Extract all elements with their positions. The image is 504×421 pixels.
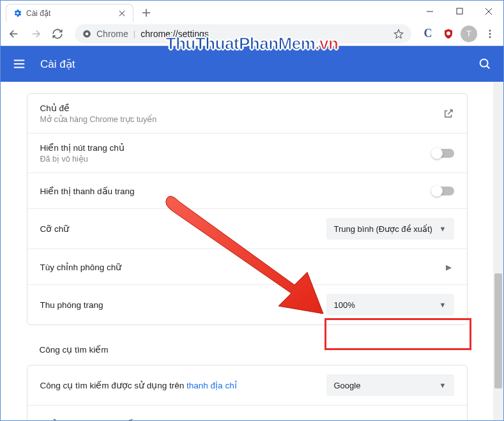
close-window-button[interactable] [474, 1, 503, 22]
manage-search-engines-row[interactable]: Quản lý công cụ tìm kiếm ▸ [27, 405, 467, 420]
gear-icon [13, 8, 22, 18]
search-card: Công cụ tìm kiếm được sử dụng trên thanh… [27, 365, 468, 420]
url-scheme: Chrome [96, 29, 128, 39]
url-separator: | [134, 29, 135, 38]
search-section-header: Công cụ tìm kiếm [27, 341, 468, 358]
search-engine-value: Google [334, 381, 439, 390]
extension-shield-icon[interactable] [439, 25, 457, 43]
profile-avatar[interactable]: T [460, 25, 478, 43]
minimize-button[interactable] [415, 1, 445, 22]
font-size-value: Trung bình (Được đề xuất) [334, 224, 439, 234]
menu-icon[interactable] [12, 57, 26, 71]
new-tab-button[interactable] [137, 4, 155, 22]
chevron-right-icon: ▸ [446, 260, 454, 274]
theme-title: Chủ đề [40, 103, 443, 113]
external-link-icon [443, 108, 454, 119]
tab-title: Cài đặt [26, 9, 114, 18]
svg-point-5 [489, 33, 491, 34]
caret-down-icon: ▼ [439, 381, 447, 389]
theme-sub: Mở cửa hàng Chrome trực tuyến [40, 114, 443, 124]
avatar-letter: T [466, 29, 471, 38]
svg-point-2 [86, 32, 89, 35]
caret-down-icon: ▼ [439, 225, 447, 233]
home-button-toggle[interactable] [432, 149, 454, 158]
menu-button[interactable] [480, 24, 500, 43]
search-engine-row: Công cụ tìm kiếm được sử dụng trên thanh… [27, 365, 467, 405]
font-size-row: Cỡ chữ Trung bình (Được đề xuất) ▼ [27, 208, 467, 249]
scrollbar-thumb[interactable] [494, 273, 502, 388]
tab-strip: Cài đặt [1, 1, 415, 22]
bookmarks-bar-row: Hiển thị thanh dấu trang [27, 172, 467, 208]
browser-toolbar: Chrome | chrome://settings C T [1, 22, 503, 46]
address-bar-link[interactable]: thanh địa chỉ [187, 381, 237, 390]
close-icon[interactable] [118, 9, 126, 18]
home-button-sub: Đã bị vô hiệu [40, 154, 432, 164]
home-button-title: Hiển thị nút trang chủ [40, 142, 432, 153]
svg-point-7 [480, 59, 488, 67]
reload-button[interactable] [48, 24, 67, 43]
page-title: Cài đặt [40, 57, 478, 71]
caret-down-icon: ▼ [439, 301, 447, 309]
search-engine-select[interactable]: Google ▼ [326, 374, 454, 396]
home-button-row: Hiển thị nút trang chủ Đã bị vô hiệu [27, 133, 467, 172]
url-path: chrome://settings [141, 29, 209, 39]
maximize-button[interactable] [445, 1, 474, 22]
svg-point-6 [489, 36, 491, 38]
chrome-badge-icon [82, 29, 91, 38]
customize-fonts-label: Tùy chỉnh phông chữ [40, 262, 446, 272]
page-zoom-row: Thu phóng trang 100% ▼ [27, 284, 467, 325]
settings-header: Cài đặt [1, 46, 503, 82]
extension-c-icon[interactable]: C [419, 25, 437, 43]
font-size-label: Cỡ chữ [40, 224, 326, 234]
bookmarks-bar-toggle[interactable] [432, 187, 454, 195]
appearance-card: Chủ đề Mở cửa hàng Chrome trực tuyến Hiể… [27, 93, 468, 325]
page-zoom-select[interactable]: 100% ▼ [326, 294, 454, 316]
window-titlebar: Cài đặt [1, 1, 503, 22]
theme-row[interactable]: Chủ đề Mở cửa hàng Chrome trực tuyến [27, 94, 467, 133]
back-button[interactable] [4, 24, 24, 43]
browser-tab-settings[interactable]: Cài đặt [6, 4, 134, 22]
svg-point-4 [489, 29, 491, 31]
svg-rect-0 [457, 8, 462, 14]
page-zoom-value: 100% [334, 300, 439, 310]
search-engine-label: Công cụ tìm kiếm được sử dụng trên thanh… [40, 380, 326, 390]
font-size-select[interactable]: Trung bình (Được đề xuất) ▼ [326, 218, 454, 240]
window-controls [415, 1, 503, 22]
page-zoom-label: Thu phóng trang [40, 300, 326, 310]
forward-button[interactable] [26, 24, 45, 43]
search-icon[interactable] [478, 57, 492, 71]
scrollbar[interactable] [493, 82, 503, 420]
bookmarks-bar-label: Hiển thị thanh dấu trang [40, 186, 432, 196]
manage-search-label: Quản lý công cụ tìm kiếm [40, 418, 446, 421]
settings-content: Chủ đề Mở cửa hàng Chrome trực tuyến Hiể… [1, 82, 493, 420]
chevron-right-icon: ▸ [446, 417, 454, 421]
bookmark-star-icon[interactable] [393, 29, 404, 39]
svg-point-3 [447, 31, 450, 35]
address-bar[interactable]: Chrome | chrome://settings [75, 24, 411, 43]
customize-fonts-row[interactable]: Tùy chỉnh phông chữ ▸ [27, 249, 467, 284]
